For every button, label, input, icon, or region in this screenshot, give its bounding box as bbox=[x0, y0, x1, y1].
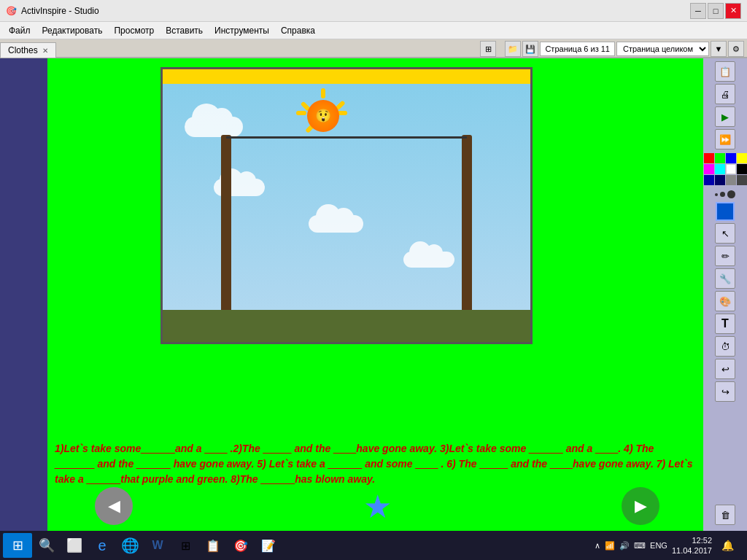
sun: 😲 bbox=[301, 94, 345, 138]
volume-icon[interactable]: 🔊 bbox=[619, 541, 630, 551]
active-color-indicator[interactable] bbox=[716, 202, 735, 221]
app2[interactable]: 📋 bbox=[200, 533, 226, 558]
cloud-4 bbox=[403, 252, 454, 268]
title-bar: 🎯 ActivInspire - Studio ─ □ ✕ bbox=[0, 0, 747, 22]
network-icon[interactable]: 📶 bbox=[605, 541, 615, 551]
pole-right bbox=[462, 135, 472, 310]
brush-large[interactable] bbox=[727, 190, 735, 198]
trash-button[interactable]: 🗑 bbox=[715, 505, 735, 525]
color-white[interactable] bbox=[726, 164, 736, 174]
date-display: 11.04.2017 bbox=[672, 545, 712, 556]
tool-eraser[interactable]: 🔧 bbox=[715, 268, 735, 289]
sun-body: 😲 bbox=[307, 100, 339, 132]
prev-button[interactable]: ◀ bbox=[95, 487, 133, 525]
menu-file[interactable]: Файл bbox=[3, 24, 36, 37]
tab-clothes[interactable]: Clothes ✕ bbox=[0, 42, 56, 58]
color-palette bbox=[704, 153, 747, 185]
edge-browser[interactable]: e bbox=[89, 533, 115, 558]
color-darkgray[interactable] bbox=[737, 175, 747, 185]
story-line-1: 1)Let`s take some______and a ____ .2)The… bbox=[55, 443, 693, 485]
tool-timer[interactable]: ⏱ bbox=[715, 336, 735, 357]
tool-pen[interactable]: ✏ bbox=[715, 246, 735, 266]
task-view[interactable]: ⬜ bbox=[61, 533, 88, 558]
close-button[interactable]: ✕ bbox=[725, 3, 741, 19]
title-bar-left: 🎯 ActivInspire - Studio bbox=[6, 6, 99, 16]
color-navy[interactable] bbox=[704, 175, 714, 185]
tool-play[interactable]: ▶ bbox=[715, 106, 735, 127]
canvas-area: 😲 1)Let`s take some______and a ____ .2)T… bbox=[47, 58, 703, 531]
window-controls: ─ □ ✕ bbox=[690, 3, 741, 19]
clothesline bbox=[226, 136, 467, 139]
app1[interactable]: ⊞ bbox=[172, 533, 198, 558]
search-taskbar[interactable]: 🔍 bbox=[34, 533, 60, 558]
word-app[interactable]: W bbox=[144, 533, 171, 558]
menu-edit[interactable]: Редактировать bbox=[36, 24, 109, 37]
star-icon: ★ bbox=[363, 488, 392, 525]
dropdown-button[interactable]: ▼ bbox=[711, 41, 727, 57]
tool-redo[interactable]: ↪ bbox=[715, 381, 735, 402]
color-gray[interactable] bbox=[726, 175, 736, 185]
trash-area: 🗑 bbox=[715, 505, 735, 528]
ground bbox=[163, 310, 530, 344]
color-black[interactable] bbox=[737, 164, 747, 174]
navigation-area: ◀ ★ ▶ bbox=[95, 487, 659, 525]
chevron-up-icon[interactable]: ∧ bbox=[595, 541, 600, 551]
text-area: 1)Let`s take some______and a ____ .2)The… bbox=[55, 441, 696, 487]
tool-print[interactable]: 🖨 bbox=[715, 84, 735, 104]
color-magenta[interactable] bbox=[704, 164, 714, 174]
grid-view-button[interactable]: ⊞ bbox=[480, 41, 496, 57]
maximize-button[interactable]: □ bbox=[708, 3, 724, 19]
app-icon: 🎯 bbox=[6, 6, 17, 16]
menu-insert[interactable]: Вставить bbox=[160, 24, 209, 37]
page-select[interactable]: Страница целиком bbox=[616, 42, 709, 56]
color-blue[interactable] bbox=[726, 153, 736, 163]
menu-view[interactable]: Просмотр bbox=[108, 24, 160, 37]
menu-help[interactable]: Справка bbox=[275, 24, 321, 37]
scene-container: 😲 bbox=[160, 67, 533, 344]
color-yellow[interactable] bbox=[737, 153, 747, 163]
menu-tools[interactable]: Инструменты bbox=[209, 24, 275, 37]
scene-top-bar bbox=[163, 69, 530, 84]
save-button[interactable]: 💾 bbox=[522, 41, 538, 57]
tab-label: Clothes bbox=[8, 45, 38, 55]
color-green[interactable] bbox=[715, 153, 725, 163]
window-title: ActivInspire - Studio bbox=[21, 6, 99, 16]
minimize-button[interactable]: ─ bbox=[690, 3, 706, 19]
brush-medium[interactable] bbox=[720, 192, 725, 197]
next-button[interactable]: ▶ bbox=[622, 487, 659, 525]
brush-sizes bbox=[715, 190, 735, 198]
start-button[interactable]: ⊞ bbox=[3, 533, 32, 558]
brush-small[interactable] bbox=[715, 193, 718, 196]
app3[interactable]: 📝 bbox=[255, 533, 282, 558]
cloud-3 bbox=[309, 215, 363, 233]
left-panel bbox=[0, 58, 47, 531]
tool-fast-forward[interactable]: ⏩ bbox=[715, 129, 735, 149]
language-label[interactable]: ENG bbox=[650, 541, 667, 550]
right-toolbar: 📋 🖨 ▶ ⏩ ↖ ✏ 🔧 🎨 T bbox=[703, 58, 747, 531]
settings-button[interactable]: ⚙ bbox=[728, 41, 744, 57]
keyboard-icon[interactable]: ⌨ bbox=[634, 541, 646, 551]
tab-bar: Clothes ✕ ⊞ 📁 💾 Страница 6 из 11 Страниц… bbox=[0, 39, 747, 58]
time-display: 12:52 bbox=[672, 535, 712, 545]
taskbar: ⊞ 🔍 ⬜ e 🌐 W ⊞ 📋 🎯 📝 ∧ 📶 🔊 ⌨ ENG 12:52 11… bbox=[0, 531, 747, 560]
color-cyan[interactable] bbox=[715, 164, 725, 174]
tab-toolbar-right: ⊞ 📁 💾 Страница 6 из 11 Страница целиком … bbox=[480, 39, 747, 58]
color-darkblue[interactable] bbox=[715, 175, 725, 185]
activinspire-taskbar[interactable]: 🎯 bbox=[228, 533, 254, 558]
tool-undo[interactable]: ↩ bbox=[715, 359, 735, 379]
tool-text[interactable]: T bbox=[715, 314, 735, 334]
main-area: 😲 1)Let`s take some______and a ____ .2)T… bbox=[0, 58, 747, 531]
chrome-browser[interactable]: 🌐 bbox=[117, 533, 143, 558]
scene-sky: 😲 bbox=[163, 84, 530, 310]
sun-face: 😲 bbox=[315, 108, 331, 124]
tab-close-icon[interactable]: ✕ bbox=[42, 47, 48, 55]
tool-copy[interactable]: 📋 bbox=[715, 61, 735, 82]
folder-button[interactable]: 📁 bbox=[505, 41, 521, 57]
cloud-1 bbox=[185, 117, 243, 137]
page-info: Страница 6 из 11 bbox=[540, 42, 615, 56]
color-red[interactable] bbox=[704, 153, 714, 163]
notification-button[interactable]: 🔔 bbox=[716, 534, 738, 556]
tool-select[interactable]: ↖ bbox=[715, 223, 735, 244]
clock: 12:52 11.04.2017 bbox=[672, 535, 712, 556]
tool-magic[interactable]: 🎨 bbox=[715, 291, 735, 311]
